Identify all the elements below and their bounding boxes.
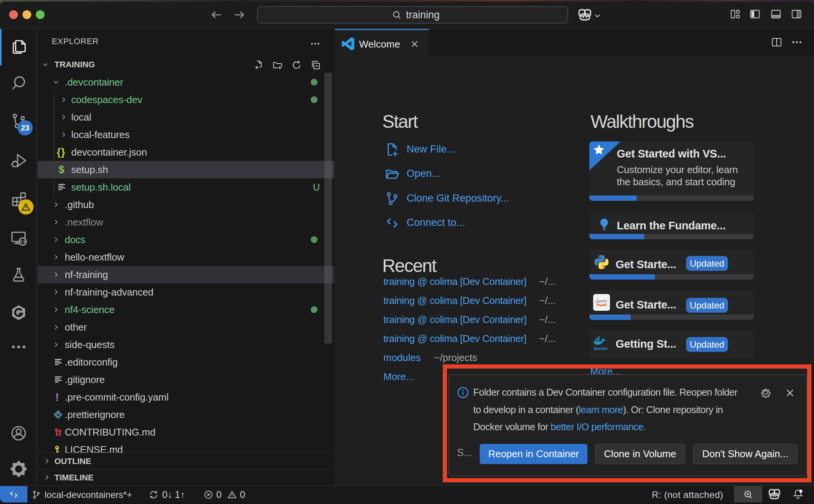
svg-text:docker: docker: [594, 346, 608, 351]
svg-text:jupyter: jupyter: [595, 299, 608, 303]
